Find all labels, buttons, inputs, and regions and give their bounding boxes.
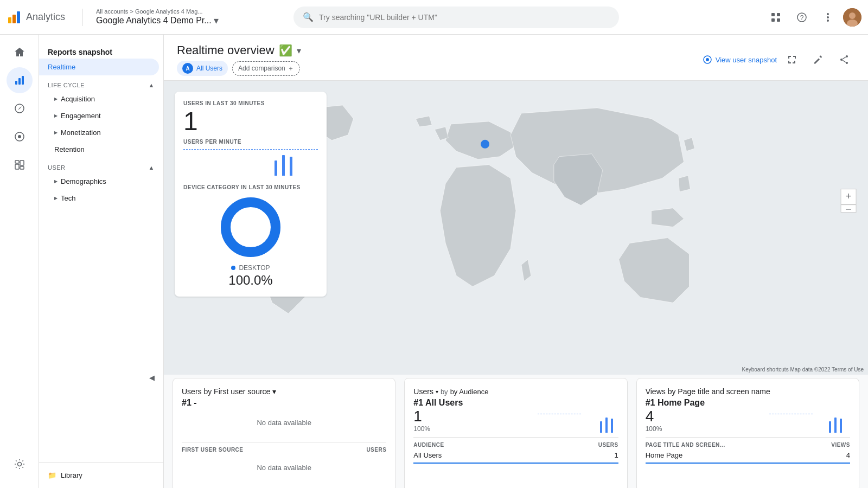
- svg-point-13: [849, 12, 856, 19]
- card3-row: Home Page 4: [646, 448, 850, 464]
- svg-rect-21: [15, 160, 19, 163]
- map-location-dot: [481, 140, 489, 149]
- users-per-min-chart: [183, 154, 318, 176]
- logo-area: Analytics: [7, 10, 74, 25]
- expand-icon[interactable]: [781, 49, 803, 70]
- main-content: Realtime overview ✅ ▾ A All Users Add co…: [164, 35, 868, 488]
- card2-header: AUDIENCE USERS: [413, 442, 618, 448]
- sidebar-advertising-icon[interactable]: [7, 124, 33, 150]
- card1-no-data: No data available: [182, 408, 386, 438]
- card2-pct: 100%: [413, 425, 430, 433]
- main-title-row: Realtime overview ✅ ▾: [177, 43, 301, 57]
- page-views-card: Views by Page title and screen name #1 H…: [636, 378, 859, 488]
- card1-title: Users by First user source ▾: [182, 387, 386, 396]
- lifecycle-section: Life cycle ▲: [39, 75, 163, 91]
- lifecycle-collapse-icon: ▲: [149, 82, 155, 88]
- account-path: All accounts > Google Analytics 4 Mag...: [96, 8, 219, 15]
- sidebar-explore-icon[interactable]: [7, 95, 33, 121]
- device-label: DEVICE CATEGORY IN LAST 30 MINUTES: [183, 184, 318, 190]
- svg-text:—: —: [846, 206, 851, 212]
- map-attribution: Keyboard shortcuts Map data ©2022 Terms …: [742, 367, 864, 373]
- account-chevron-icon[interactable]: ▾: [214, 15, 219, 27]
- svg-point-29: [840, 59, 843, 61]
- sidebar-reports-icon[interactable]: [7, 67, 33, 93]
- map-section: + — Keyboard shortcuts Map data ©2022 Te…: [164, 81, 868, 374]
- search-input[interactable]: [319, 13, 610, 22]
- card3-chart: [769, 413, 850, 433]
- svg-point-9: [827, 13, 829, 15]
- comparison-row: A All Users Add comparison ＋: [177, 57, 301, 76]
- svg-rect-5: [771, 18, 775, 22]
- triangle-icon: ▶: [54, 196, 58, 201]
- leftnav-engagement[interactable]: ▶ Engagement: [39, 107, 163, 124]
- view-user-snapshot-button[interactable]: View user snapshot: [703, 55, 777, 65]
- all-users-pill[interactable]: A All Users: [177, 61, 228, 76]
- leftnav-acquisition[interactable]: ▶ Acquisition: [39, 91, 163, 107]
- topnav-actions: ?: [765, 7, 861, 28]
- svg-rect-22: [15, 164, 19, 169]
- svg-rect-17: [22, 76, 24, 85]
- card2-value: 1: [413, 408, 430, 425]
- card2-dropdown-icon[interactable]: ▾: [436, 389, 438, 395]
- main-actions: View user snapshot: [703, 49, 855, 70]
- more-icon[interactable]: [817, 7, 839, 28]
- leftnav-monetization[interactable]: ▶ Monetization: [39, 124, 163, 141]
- triangle-icon: ▶: [54, 97, 58, 101]
- svg-text:+: +: [846, 191, 852, 202]
- users-30min-value: 1: [183, 108, 318, 134]
- leftnav-demographics[interactable]: ▶ Demographics: [39, 173, 163, 190]
- edit-icon[interactable]: [807, 49, 829, 70]
- dashed-line: [183, 149, 318, 150]
- analytics-logo-icon: [7, 10, 22, 25]
- search-bar[interactable]: 🔍: [293, 7, 619, 28]
- svg-rect-6: [777, 18, 780, 22]
- leftnav-library[interactable]: 📁 Library: [39, 462, 163, 488]
- svg-point-20: [18, 135, 21, 138]
- leftnav-tech[interactable]: ▶ Tech: [39, 190, 163, 207]
- account-selector[interactable]: All accounts > Google Analytics 4 Mag...…: [96, 8, 219, 27]
- help-icon[interactable]: ?: [791, 7, 813, 28]
- account-name: Google Analytics 4 Demo Pr... ▾: [96, 15, 219, 27]
- app-name: Analytics: [26, 11, 65, 23]
- top-nav: Analytics All accounts > Google Analytic…: [0, 0, 868, 35]
- svg-rect-3: [771, 13, 775, 16]
- triangle-icon: ▶: [54, 130, 58, 135]
- users-30min-card: USERS IN LAST 30 MINUTES 1 USERS PER MIN…: [175, 92, 327, 297]
- user-collapse-icon: ▲: [149, 164, 155, 171]
- svg-line-30: [843, 57, 846, 59]
- add-comparison-button[interactable]: Add comparison ＋: [232, 61, 300, 76]
- snapshot-icon: [703, 55, 712, 65]
- sidebar-data-icon[interactable]: [7, 152, 33, 178]
- avatar[interactable]: [843, 8, 861, 27]
- svg-rect-15: [15, 81, 17, 85]
- sidebar-home-icon[interactable]: [7, 39, 33, 65]
- user-section: User ▲: [39, 158, 163, 173]
- legend-dot: [231, 266, 235, 270]
- svg-rect-0: [8, 17, 11, 23]
- title-dropdown-icon[interactable]: ▾: [297, 46, 301, 56]
- sidebar-settings-icon[interactable]: [7, 451, 33, 477]
- user-section-title[interactable]: User ▲: [48, 164, 155, 171]
- share-icon[interactable]: [833, 49, 855, 70]
- donut-chart: [183, 195, 318, 260]
- svg-point-37: [226, 202, 276, 252]
- device-donut: [218, 195, 283, 260]
- apps-icon[interactable]: [765, 7, 787, 28]
- zoom-controls: + —: [841, 189, 856, 213]
- audience-card: Users ▾ by by Audience #1 All Users 1 10…: [404, 378, 627, 488]
- collapse-nav-button[interactable]: ◀: [39, 369, 163, 386]
- card1-table-no-data: No data available: [182, 453, 386, 483]
- svg-point-11: [827, 20, 829, 22]
- leftnav-retention[interactable]: Retention: [39, 141, 163, 158]
- leftnav-realtime[interactable]: Realtime: [39, 59, 159, 75]
- card1-dropdown-icon[interactable]: ▾: [272, 387, 276, 396]
- card2-title: Users ▾ by by Audience: [413, 387, 618, 396]
- lifecycle-title[interactable]: Life cycle ▲: [48, 82, 155, 88]
- svg-point-26: [706, 58, 709, 61]
- card1-header: FIRST USER SOURCE USERS: [182, 447, 386, 453]
- add-icon: ＋: [288, 64, 294, 73]
- card3-header: PAGE TITLE AND SCREEN... VIEWS: [646, 442, 850, 448]
- search-icon: 🔍: [303, 12, 314, 22]
- collapse-icon: ◀: [149, 374, 155, 382]
- svg-line-31: [843, 60, 846, 62]
